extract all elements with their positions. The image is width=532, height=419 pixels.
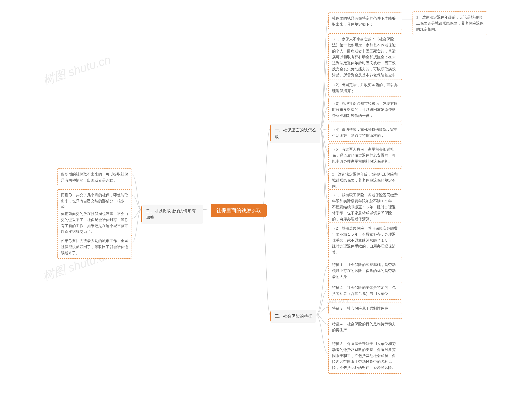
section-3-feature-1[interactable]: 特征１：社会保险的客观基础，是劳动领域中存在的风险，保险的标的是劳动者的人身； <box>328 259 402 283</box>
section-2-item-1[interactable]: 辞职后的社保取不出来的，可以提取社保只有两种情况：出国或者是死亡。 <box>57 169 132 186</box>
section-1-intro[interactable]: 社保里的钱只有在特定的条件下才能够取出来，具体规定如下： <box>328 13 402 30</box>
watermark: 树图 shutu.cn <box>41 52 113 89</box>
section-1-case-4[interactable]: （4）遭遇变故，重残等特殊情况，家中生活困难，能通过特批审核的； <box>328 124 402 142</box>
section-3-feature-3[interactable]: 特征３：社会保险属于强制性保险； <box>328 302 402 314</box>
section-3-feature-5[interactable]: 特征５：保险基金来源于用人单位和劳动者的缴费及财政的支持。保险对象范围限于职工，… <box>328 338 402 374</box>
section-1-case-2[interactable]: （2）出国定居，并改变国籍的，可以办理退保清算； <box>328 79 402 97</box>
section-3-feature-4[interactable]: 特征４：社会保险的目的是维持劳动力的再生产； <box>328 318 402 336</box>
section-2-header[interactable]: 二、可以提取社保的情形有哪些 <box>141 205 203 224</box>
section-1-case-3[interactable]: （3）办理社保跨省市转移后，发现有同时段重复缴费的，可以退回重复缴费缴费标准相对… <box>328 98 402 121</box>
section-1-rule-2b[interactable]: （2）城镇居民保险：养老保险实际缴费年限不满１５年，不愿意补齐，办理退休手续，或… <box>328 223 402 258</box>
section-3-feature-2[interactable]: 特征２：社会保险的主体是特定的。包括劳动者（含其亲属）与用人单位； <box>328 282 402 300</box>
section-1-intro-child[interactable]: 1、达到法定退休年龄前，无论是城镇职工保险还是城镇居民保险，养老保险退保的规定相… <box>413 12 487 35</box>
section-1-rule-2[interactable]: 2、达到法定退休年龄，城镇职工保险和城镇居民保险，养老保险退保的规定不同。 <box>328 169 402 192</box>
section-3-header[interactable]: 三、社会保险的特征 <box>270 310 316 322</box>
section-2-item-4[interactable]: 如果你要回去或者去别的城市工作，全国社保很快就联网了，等联网了就会给你连续起来了… <box>57 235 132 259</box>
section-1-rule-2a[interactable]: （1）城镇职工保险：养老保险视同缴费年限和实际缴费年限加总不满１５年，不愿意继续… <box>328 189 402 225</box>
mindmap-root[interactable]: 社保里面的钱怎么取 <box>211 204 267 217</box>
section-2-item-3[interactable]: 你把前面交的放在社保局也没事，不会白交的也丢不了，社保局会给你封存，等你有了新的… <box>57 208 132 238</box>
section-1-case-5[interactable]: （5）有过军人身份，参军前参加过社保，退伍后已做过退休养老安置的，可以申请办理参… <box>328 144 402 167</box>
section-1-header[interactable]: 一、社保里面的钱怎么取 <box>270 124 320 143</box>
